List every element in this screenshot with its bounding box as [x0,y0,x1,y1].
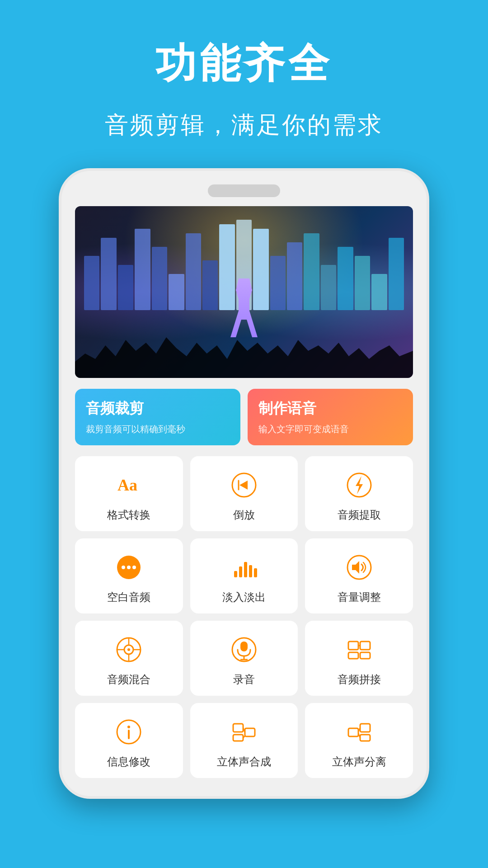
feature-format-convert-label: 格式转换 [107,508,150,522]
svg-point-35 [127,726,130,728]
feature-concat[interactable]: 音频拼接 [305,621,413,696]
feature-mix-label: 音频混合 [107,672,150,687]
svg-point-7 [122,566,125,569]
svg-rect-30 [348,652,358,659]
feature-blank-audio[interactable]: 空白音频 [75,538,183,613]
card-audio-crop-title: 音频裁剪 [86,399,230,419]
feature-stereo-synth[interactable]: 立体声合成 [190,703,298,778]
svg-rect-36 [233,724,243,732]
concat-icon [343,633,375,666]
feature-info-edit[interactable]: 信息修改 [75,703,183,778]
feature-fade-label: 淡入淡出 [222,590,266,604]
page-subtitle: 音频剪辑，满足你的需求 [105,109,383,141]
svg-point-9 [132,566,136,569]
phone-notch [208,184,280,197]
microphone-icon [228,633,260,666]
page-title: 功能齐全 [155,36,333,91]
hero-cards: 音频裁剪 裁剪音频可以精确到毫秒 制作语音 输入文字即可变成语音 [75,389,413,445]
card-audio-crop-subtitle: 裁剪音频可以精确到毫秒 [86,423,230,435]
card-audio-crop[interactable]: 音频裁剪 裁剪音频可以精确到毫秒 [75,389,240,445]
svg-rect-25 [240,642,248,651]
svg-point-19 [127,648,130,651]
card-make-voice[interactable]: 制作语音 输入文字即可变成语音 [248,389,413,445]
feature-reverse[interactable]: 倒放 [190,456,298,531]
feature-stereo-split-label: 立体声分离 [332,755,386,769]
bars-icon [228,551,260,584]
svg-marker-2 [239,481,248,490]
dots-icon [113,551,145,584]
text-format-icon: Aa [113,469,145,501]
svg-rect-37 [233,735,243,741]
svg-marker-5 [356,476,363,494]
features-grid: Aa 格式转换 倒放 音频提取 [75,456,413,778]
feature-stereo-split[interactable]: 立体声分离 [305,703,413,778]
svg-point-8 [127,566,131,569]
svg-rect-12 [244,562,247,577]
volume-icon [343,551,375,584]
svg-rect-31 [360,652,370,659]
card-make-voice-title: 制作语音 [258,399,402,419]
svg-text:Aa: Aa [117,476,137,494]
feature-reverse-label: 倒放 [233,508,255,522]
svg-rect-13 [249,565,252,577]
lightning-icon [343,469,375,501]
feature-concat-label: 音频拼接 [338,672,381,687]
svg-rect-43 [360,735,370,741]
svg-rect-41 [348,728,358,736]
svg-rect-11 [239,566,242,577]
svg-rect-10 [234,571,237,577]
svg-rect-29 [360,642,370,650]
reverse-play-icon [228,469,260,501]
feature-stereo-synth-label: 立体声合成 [217,755,271,769]
feature-fade[interactable]: 淡入淡出 [190,538,298,613]
feature-mix[interactable]: 音频混合 [75,621,183,696]
feature-volume[interactable]: 音量调整 [305,538,413,613]
concert-banner [75,206,413,378]
feature-blank-audio-label: 空白音频 [107,590,150,604]
svg-rect-42 [360,724,370,732]
feature-record-label: 录音 [233,672,255,687]
feature-audio-extract-label: 音频提取 [338,508,381,522]
mix-icon [113,633,145,666]
stereo-synth-icon [228,716,260,748]
svg-rect-38 [245,728,255,736]
feature-format-convert[interactable]: Aa 格式转换 [75,456,183,531]
card-make-voice-subtitle: 输入文字即可变成语音 [258,423,402,435]
feature-volume-label: 音量调整 [338,590,381,604]
phone-mockup: 音频裁剪 裁剪音频可以精确到毫秒 制作语音 输入文字即可变成语音 Aa 格式转换 [59,168,429,799]
svg-marker-16 [352,561,359,574]
feature-record[interactable]: 录音 [190,621,298,696]
feature-audio-extract[interactable]: 音频提取 [305,456,413,531]
svg-rect-28 [348,642,358,650]
feature-info-edit-label: 信息修改 [107,755,150,769]
svg-rect-14 [254,568,257,577]
info-icon [113,716,145,748]
stereo-split-icon [343,716,375,748]
